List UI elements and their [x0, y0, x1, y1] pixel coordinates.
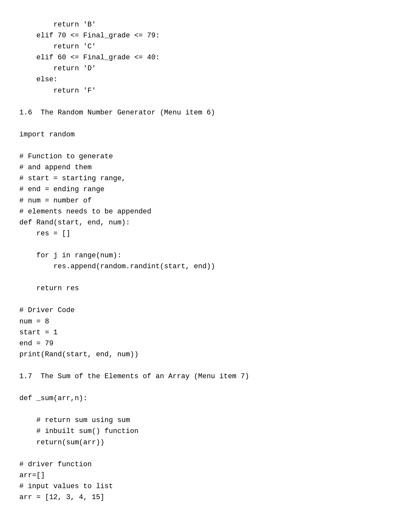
code-content: return 'B' elif 70 <= Final_grade <= 79:…: [19, 19, 392, 503]
